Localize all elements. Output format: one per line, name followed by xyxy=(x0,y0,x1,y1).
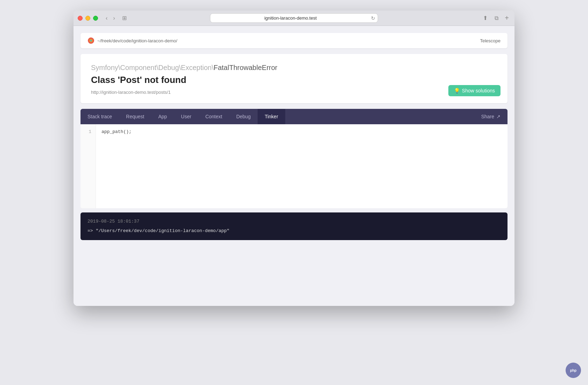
tab-tinker[interactable]: Tinker xyxy=(258,109,285,124)
output-timestamp: 2019-08-25 18:01:37 xyxy=(88,217,500,225)
editor-code[interactable]: app_path(); xyxy=(96,124,507,208)
lightbulb-icon: 💡 xyxy=(454,88,460,93)
tab-request[interactable]: Request xyxy=(119,109,151,124)
ignition-logo-icon xyxy=(88,37,94,44)
window-button[interactable]: ⧉ xyxy=(492,14,500,23)
browser-window: ‹ › ⊞ ↻ ⬆ ⧉ + ~/freek/dev/code/ignit xyxy=(74,10,514,306)
tab-context[interactable]: Context xyxy=(198,109,229,124)
editor-area: 1 app_path(); xyxy=(80,124,507,208)
telescope-link[interactable]: Telescope xyxy=(480,38,500,43)
page-content: ~/freek/dev/code/ignition-laracon-demo/ … xyxy=(74,26,514,306)
error-header: Symfony\Component\Debug\Exception\FatalT… xyxy=(80,54,507,103)
close-button[interactable] xyxy=(78,16,83,21)
tabs-container: Stack trace Request App User Context Deb… xyxy=(80,109,507,124)
forward-button[interactable]: › xyxy=(111,14,117,23)
nav-buttons: ‹ › xyxy=(104,14,117,23)
error-message: Class 'Post' not found xyxy=(91,75,497,85)
minimize-button[interactable] xyxy=(85,16,90,21)
error-url: http://ignition-laracon-demo.test/posts/… xyxy=(91,90,497,95)
line-number-1: 1 xyxy=(85,128,91,136)
add-tab-button[interactable]: + xyxy=(503,14,510,22)
path-text: ~/freek/dev/code/ignition-laracon-demo/ xyxy=(97,38,177,43)
tab-user[interactable]: User xyxy=(174,109,198,124)
svg-point-2 xyxy=(90,40,92,42)
share-arrow-icon: ↗ xyxy=(496,114,500,119)
output-area: 2019-08-25 18:01:37 => "/Users/freek/dev… xyxy=(80,212,507,240)
share-label: Share xyxy=(481,114,494,119)
exception-prefix: Symfony\Component\Debug\Exception\ xyxy=(91,64,214,71)
output-result: => "/Users/freek/dev/code/ignition-larac… xyxy=(88,227,500,235)
exception-class-name: FatalThrowableError xyxy=(214,64,277,71)
exception-class: Symfony\Component\Debug\Exception\FatalT… xyxy=(91,64,497,72)
line-numbers: 1 xyxy=(80,124,96,208)
url-bar[interactable] xyxy=(210,13,378,23)
tab-stack-trace[interactable]: Stack trace xyxy=(80,109,119,124)
back-button[interactable]: ‹ xyxy=(104,14,110,23)
tab-app[interactable]: App xyxy=(151,109,174,124)
show-solutions-button[interactable]: 💡 Show solutions xyxy=(448,85,500,96)
sidebar-toggle-button[interactable]: ⊞ xyxy=(120,13,129,23)
traffic-lights xyxy=(78,16,98,21)
editor-code-text: app_path(); xyxy=(102,129,132,134)
url-bar-container: ↻ xyxy=(210,13,378,23)
ignition-topbar: ~/freek/dev/code/ignition-laracon-demo/ … xyxy=(80,33,507,48)
share-toolbar-button[interactable]: ⬆ xyxy=(481,13,490,23)
php-badge: php xyxy=(566,363,581,378)
browser-titlebar: ‹ › ⊞ ↻ ⬆ ⧉ + xyxy=(74,10,514,26)
ignition-path: ~/freek/dev/code/ignition-laracon-demo/ xyxy=(88,37,177,44)
refresh-button[interactable]: ↻ xyxy=(371,15,375,21)
share-tab[interactable]: Share ↗ xyxy=(474,109,507,124)
toolbar-right: ⬆ ⧉ + xyxy=(481,13,510,23)
show-solutions-label: Show solutions xyxy=(462,88,495,93)
tab-debug[interactable]: Debug xyxy=(229,109,258,124)
maximize-button[interactable] xyxy=(93,16,98,21)
